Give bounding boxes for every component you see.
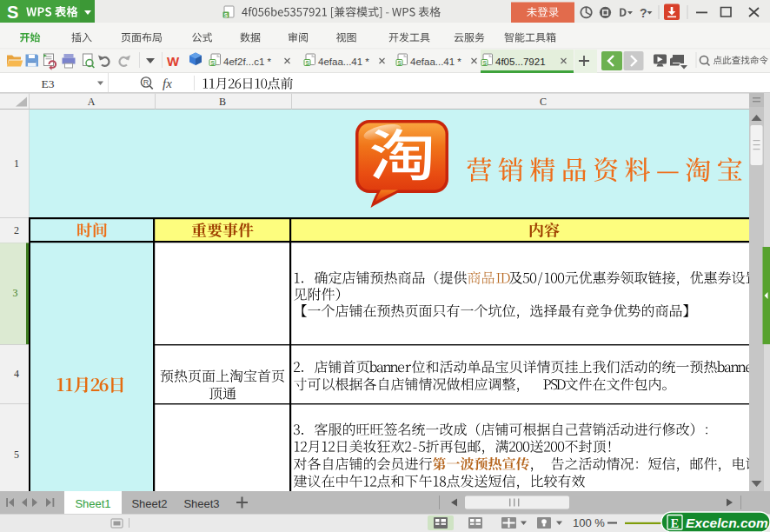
svg-text:E: E <box>671 517 679 530</box>
svg-text:1: 1 <box>14 157 19 170</box>
svg-text:fx: fx <box>163 76 172 90</box>
svg-text:E3: E3 <box>42 77 55 90</box>
svg-text:S: S <box>483 60 488 66</box>
svg-text:4efaa...41 *: 4efaa...41 * <box>318 57 369 67</box>
svg-text:Sheet1: Sheet1 <box>75 497 110 510</box>
svg-text:S: S <box>306 60 310 66</box>
svg-text:3: 3 <box>13 287 18 299</box>
svg-text:4: 4 <box>14 368 19 380</box>
svg-text:Sheet3: Sheet3 <box>183 497 219 510</box>
svg-text:?: ? <box>640 6 647 20</box>
svg-text:S: S <box>211 60 216 66</box>
svg-text:4ef2f...c1 *: 4ef2f...c1 * <box>223 57 272 67</box>
svg-text:4efaa...41 *: 4efaa...41 * <box>410 57 461 67</box>
svg-text:5: 5 <box>14 449 19 461</box>
svg-text:100 %: 100 % <box>573 516 605 529</box>
svg-text:S: S <box>224 12 229 18</box>
svg-text:4f05...7921: 4f05...7921 <box>495 57 546 67</box>
svg-text:R: R <box>143 78 149 87</box>
svg-text:B: B <box>219 96 226 108</box>
svg-text:Sheet2: Sheet2 <box>131 497 167 510</box>
svg-text:S: S <box>398 60 402 66</box>
svg-text:W: W <box>167 54 180 69</box>
svg-text:C: C <box>540 96 547 108</box>
svg-text:A: A <box>88 96 96 108</box>
svg-text:S: S <box>7 3 18 22</box>
svg-text:Excelcn.com: Excelcn.com <box>686 515 768 530</box>
svg-text:2: 2 <box>14 224 19 236</box>
